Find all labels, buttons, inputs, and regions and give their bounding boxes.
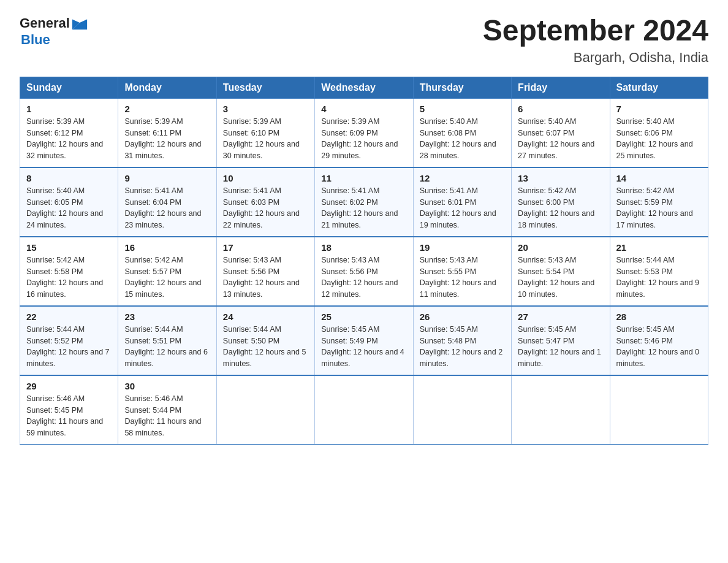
- day-info: Sunrise: 5:42 AMSunset: 5:57 PMDaylight:…: [124, 255, 210, 301]
- day-cell: [512, 375, 610, 445]
- day-info: Sunrise: 5:42 AMSunset: 6:00 PMDaylight:…: [518, 185, 603, 231]
- day-number: 20: [518, 242, 603, 253]
- day-cell: 6 Sunrise: 5:40 AMSunset: 6:07 PMDayligh…: [512, 98, 610, 167]
- day-number: 4: [321, 104, 406, 114]
- day-cell: [610, 375, 708, 445]
- weekday-header-row: Sunday Monday Tuesday Wednesday Thursday…: [20, 77, 708, 98]
- page-header: General Blue September 2024 Bargarh, Odi…: [20, 15, 708, 66]
- day-info: Sunrise: 5:41 AMSunset: 6:01 PMDaylight:…: [420, 185, 505, 231]
- col-sunday: Sunday: [20, 77, 118, 98]
- day-cell: [315, 375, 413, 445]
- col-monday: Monday: [118, 77, 216, 98]
- day-cell: 30 Sunrise: 5:46 AMSunset: 5:44 PMDaylig…: [118, 375, 216, 445]
- day-cell: 5 Sunrise: 5:40 AMSunset: 6:08 PMDayligh…: [413, 98, 511, 167]
- day-cell: 2 Sunrise: 5:39 AMSunset: 6:11 PMDayligh…: [118, 98, 216, 167]
- day-number: 6: [518, 104, 603, 114]
- day-info: Sunrise: 5:40 AMSunset: 6:06 PMDaylight:…: [616, 116, 702, 162]
- day-info: Sunrise: 5:41 AMSunset: 6:04 PMDaylight:…: [124, 185, 210, 231]
- day-number: 11: [321, 173, 406, 183]
- day-number: 10: [223, 173, 308, 183]
- day-cell: 1 Sunrise: 5:39 AMSunset: 6:12 PMDayligh…: [20, 98, 118, 167]
- day-info: Sunrise: 5:45 AMSunset: 5:49 PMDaylight:…: [321, 324, 406, 370]
- day-info: Sunrise: 5:43 AMSunset: 5:56 PMDaylight:…: [223, 255, 308, 301]
- day-number: 21: [616, 242, 702, 253]
- day-info: Sunrise: 5:46 AMSunset: 5:44 PMDaylight:…: [124, 393, 210, 439]
- day-cell: 9 Sunrise: 5:41 AMSunset: 6:04 PMDayligh…: [118, 167, 216, 237]
- day-cell: 22 Sunrise: 5:44 AMSunset: 5:52 PMDaylig…: [20, 306, 118, 375]
- day-number: 28: [616, 312, 702, 322]
- day-cell: 7 Sunrise: 5:40 AMSunset: 6:06 PMDayligh…: [610, 98, 708, 167]
- day-number: 2: [124, 104, 210, 114]
- day-number: 17: [223, 242, 308, 253]
- week-row-3: 15 Sunrise: 5:42 AMSunset: 5:58 PMDaylig…: [20, 237, 708, 306]
- day-info: Sunrise: 5:40 AMSunset: 6:08 PMDaylight:…: [420, 116, 505, 162]
- col-thursday: Thursday: [413, 77, 511, 98]
- day-number: 13: [518, 173, 603, 183]
- day-info: Sunrise: 5:45 AMSunset: 5:47 PMDaylight:…: [518, 324, 603, 370]
- day-number: 30: [124, 381, 210, 391]
- day-cell: 19 Sunrise: 5:43 AMSunset: 5:55 PMDaylig…: [413, 237, 511, 306]
- day-info: Sunrise: 5:39 AMSunset: 6:09 PMDaylight:…: [321, 116, 406, 162]
- calendar-title: September 2024: [483, 15, 708, 47]
- day-number: 12: [420, 173, 505, 183]
- day-number: 27: [518, 312, 603, 322]
- day-cell: 15 Sunrise: 5:42 AMSunset: 5:58 PMDaylig…: [20, 237, 118, 306]
- day-cell: 17 Sunrise: 5:43 AMSunset: 5:56 PMDaylig…: [216, 237, 314, 306]
- day-cell: 27 Sunrise: 5:45 AMSunset: 5:47 PMDaylig…: [512, 306, 610, 375]
- day-number: 16: [124, 242, 210, 253]
- logo: General Blue: [20, 15, 88, 48]
- day-cell: 20 Sunrise: 5:43 AMSunset: 5:54 PMDaylig…: [512, 237, 610, 306]
- day-number: 25: [321, 312, 406, 322]
- day-cell: 13 Sunrise: 5:42 AMSunset: 6:00 PMDaylig…: [512, 167, 610, 237]
- col-wednesday: Wednesday: [315, 77, 413, 98]
- day-info: Sunrise: 5:43 AMSunset: 5:54 PMDaylight:…: [518, 255, 603, 301]
- day-cell: [216, 375, 314, 445]
- day-cell: 16 Sunrise: 5:42 AMSunset: 5:57 PMDaylig…: [118, 237, 216, 306]
- day-number: 26: [420, 312, 505, 322]
- day-info: Sunrise: 5:39 AMSunset: 6:11 PMDaylight:…: [124, 116, 210, 162]
- day-info: Sunrise: 5:40 AMSunset: 6:07 PMDaylight:…: [518, 116, 603, 162]
- day-info: Sunrise: 5:39 AMSunset: 6:12 PMDaylight:…: [26, 116, 112, 162]
- day-info: Sunrise: 5:45 AMSunset: 5:48 PMDaylight:…: [420, 324, 505, 370]
- day-cell: 12 Sunrise: 5:41 AMSunset: 6:01 PMDaylig…: [413, 167, 511, 237]
- day-number: 7: [616, 104, 702, 114]
- day-number: 15: [26, 242, 112, 253]
- day-number: 29: [26, 381, 112, 391]
- day-info: Sunrise: 5:43 AMSunset: 5:56 PMDaylight:…: [321, 255, 406, 301]
- day-info: Sunrise: 5:41 AMSunset: 6:02 PMDaylight:…: [321, 185, 406, 231]
- day-number: 23: [124, 312, 210, 322]
- day-cell: 18 Sunrise: 5:43 AMSunset: 5:56 PMDaylig…: [315, 237, 413, 306]
- day-info: Sunrise: 5:42 AMSunset: 5:58 PMDaylight:…: [26, 255, 112, 301]
- col-saturday: Saturday: [610, 77, 708, 98]
- day-cell: 26 Sunrise: 5:45 AMSunset: 5:48 PMDaylig…: [413, 306, 511, 375]
- day-number: 22: [26, 312, 112, 322]
- day-info: Sunrise: 5:44 AMSunset: 5:53 PMDaylight:…: [616, 255, 702, 301]
- week-row-1: 1 Sunrise: 5:39 AMSunset: 6:12 PMDayligh…: [20, 98, 708, 167]
- day-cell: 25 Sunrise: 5:45 AMSunset: 5:49 PMDaylig…: [315, 306, 413, 375]
- day-cell: 14 Sunrise: 5:42 AMSunset: 5:59 PMDaylig…: [610, 167, 708, 237]
- logo-general-text: General: [20, 15, 70, 31]
- day-number: 3: [223, 104, 308, 114]
- day-cell: 23 Sunrise: 5:44 AMSunset: 5:51 PMDaylig…: [118, 306, 216, 375]
- calendar-subtitle: Bargarh, Odisha, India: [483, 50, 708, 66]
- day-info: Sunrise: 5:42 AMSunset: 5:59 PMDaylight:…: [616, 185, 702, 231]
- col-tuesday: Tuesday: [216, 77, 314, 98]
- day-cell: 3 Sunrise: 5:39 AMSunset: 6:10 PMDayligh…: [216, 98, 314, 167]
- day-info: Sunrise: 5:43 AMSunset: 5:55 PMDaylight:…: [420, 255, 505, 301]
- day-number: 14: [616, 173, 702, 183]
- day-cell: 28 Sunrise: 5:45 AMSunset: 5:46 PMDaylig…: [610, 306, 708, 375]
- day-number: 8: [26, 173, 112, 183]
- day-number: 5: [420, 104, 505, 114]
- day-info: Sunrise: 5:44 AMSunset: 5:50 PMDaylight:…: [223, 324, 308, 370]
- logo-triangle-icon: [71, 15, 88, 32]
- week-row-5: 29 Sunrise: 5:46 AMSunset: 5:45 PMDaylig…: [20, 375, 708, 445]
- calendar-table: Sunday Monday Tuesday Wednesday Thursday…: [20, 77, 708, 445]
- day-number: 1: [26, 104, 112, 114]
- day-info: Sunrise: 5:39 AMSunset: 6:10 PMDaylight:…: [223, 116, 308, 162]
- day-cell: 11 Sunrise: 5:41 AMSunset: 6:02 PMDaylig…: [315, 167, 413, 237]
- day-info: Sunrise: 5:44 AMSunset: 5:52 PMDaylight:…: [26, 324, 112, 370]
- day-number: 18: [321, 242, 406, 253]
- week-row-4: 22 Sunrise: 5:44 AMSunset: 5:52 PMDaylig…: [20, 306, 708, 375]
- title-block: September 2024 Bargarh, Odisha, India: [483, 15, 708, 66]
- day-cell: 4 Sunrise: 5:39 AMSunset: 6:09 PMDayligh…: [315, 98, 413, 167]
